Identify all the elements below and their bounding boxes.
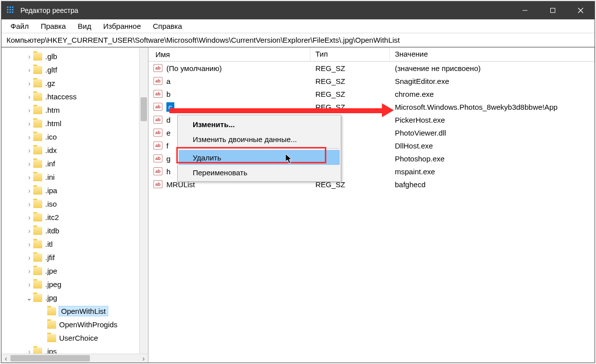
chevron-right-icon[interactable]: › — [25, 200, 33, 208]
value-name: g — [166, 154, 170, 163]
value-name: f — [166, 142, 168, 150]
value-data: mspaint.exe — [390, 167, 595, 176]
value-row[interactable]: abbREG_SZchrome.exe — [149, 87, 595, 100]
context-menu-delete[interactable]: Удалить — [179, 150, 340, 165]
svg-rect-2 — [9, 6, 11, 8]
column-type[interactable]: Тип — [310, 48, 390, 61]
chevron-right-icon[interactable]: › — [25, 254, 33, 262]
tree-item[interactable]: ⌄.jpg — [1, 291, 148, 304]
chevron-down-icon[interactable]: ⌄ — [25, 294, 33, 302]
address-bar[interactable]: Компьютер\HKEY_CURRENT_USER\Software\Mic… — [1, 33, 595, 47]
folder-icon — [33, 240, 42, 248]
chevron-right-icon[interactable]: › — [25, 79, 33, 87]
value-row[interactable]: abcREG_SZMicrosoft.Windows.Photos_8wekyb… — [149, 100, 595, 113]
chevron-right-icon[interactable]: › — [25, 106, 33, 114]
chevron-right-icon[interactable]: › — [25, 214, 33, 221]
address-text: Компьютер\HKEY_CURRENT_USER\Software\Mic… — [6, 36, 400, 44]
hscroll-right-button[interactable]: › — [139, 354, 148, 363]
tree-item[interactable]: UserChoice — [1, 331, 148, 345]
folder-icon — [33, 53, 42, 61]
maximize-button[interactable] — [539, 1, 567, 19]
context-menu-separator — [180, 148, 339, 148]
menu-view[interactable]: Вид — [72, 21, 97, 31]
tree-item[interactable]: ›.gz — [1, 76, 148, 90]
chevron-right-icon[interactable]: › — [25, 53, 33, 61]
chevron-right-icon[interactable]: › — [25, 173, 33, 181]
tree-item[interactable]: ›.inf — [1, 157, 148, 170]
tree-item[interactable]: OpenWithList — [1, 304, 148, 318]
tree-item[interactable]: ›.jpeg — [1, 278, 148, 291]
hscroll-thumb[interactable] — [10, 355, 90, 362]
svg-rect-7 — [7, 11, 8, 13]
tree-item[interactable]: OpenWithProgids — [1, 318, 148, 331]
menu-edit[interactable]: Правка — [35, 21, 72, 31]
tree-item[interactable]: ›.jfif — [1, 251, 148, 264]
value-name: a — [166, 77, 170, 85]
value-name: d — [166, 116, 170, 124]
tree-item[interactable]: ›.jpe — [1, 264, 148, 278]
tree-item[interactable]: ›.ipa — [1, 184, 148, 197]
registry-tree[interactable]: ›.glb›.gltf›.gz›.htaccess›.htm›.html›.ic… — [1, 48, 148, 354]
tree-item-label: .jps — [45, 347, 60, 354]
chevron-right-icon[interactable]: › — [25, 160, 33, 168]
chevron-right-icon[interactable]: › — [25, 187, 33, 195]
tree-item[interactable]: ›.jps — [1, 345, 148, 354]
menu-favorites[interactable]: Избранное — [97, 21, 147, 31]
tree-item-label: .html — [45, 119, 65, 128]
context-menu-modify[interactable]: Изменить... — [179, 117, 340, 132]
menu-file[interactable]: Файл — [4, 21, 35, 31]
folder-icon — [33, 160, 42, 168]
tree-item[interactable]: ›.glb — [1, 50, 148, 63]
chevron-right-icon[interactable]: › — [25, 66, 33, 74]
column-data[interactable]: Значение — [390, 48, 595, 61]
tree-item[interactable]: ›.htm — [1, 103, 148, 117]
context-menu-modify-binary[interactable]: Изменить двоичные данные... — [179, 132, 340, 146]
minimize-button[interactable] — [511, 1, 539, 19]
svg-rect-1 — [7, 6, 8, 8]
window-buttons — [511, 1, 595, 19]
tree-item[interactable]: ›.gltf — [1, 63, 148, 76]
chevron-right-icon[interactable]: › — [25, 146, 33, 154]
list-header[interactable]: Имя Тип Значение — [149, 48, 595, 62]
value-list[interactable]: ab(По умолчанию)REG_SZ(значение не присв… — [149, 62, 595, 363]
chevron-right-icon[interactable]: › — [25, 93, 33, 101]
chevron-right-icon[interactable]: › — [25, 240, 33, 248]
tree-item[interactable]: ›.ini — [1, 170, 148, 184]
chevron-right-icon[interactable]: › — [25, 281, 33, 289]
tree-scroll-thumb[interactable] — [141, 97, 147, 121]
tree-item-label: .gz — [45, 79, 58, 87]
folder-icon — [47, 334, 56, 342]
value-row[interactable]: ab(По умолчанию)REG_SZ(значение не присв… — [149, 62, 595, 74]
folder-icon — [33, 173, 42, 181]
chevron-right-icon[interactable]: › — [25, 133, 33, 141]
tree-item[interactable]: ›.itl — [1, 237, 148, 251]
tree-item[interactable]: ›.itc2 — [1, 211, 148, 224]
string-value-icon: ab — [153, 142, 162, 149]
titlebar[interactable]: Редактор реестра — [1, 1, 595, 19]
context-menu-modify-label: Изменить... — [193, 120, 235, 129]
menu-help[interactable]: Справка — [147, 21, 188, 31]
tree-horizontal-scrollbar[interactable]: ‹ › — [1, 354, 148, 363]
value-row[interactable]: abaREG_SZSnagitEditor.exe — [149, 74, 595, 87]
hscroll-track[interactable] — [10, 354, 139, 363]
close-button[interactable] — [567, 1, 595, 19]
chevron-right-icon[interactable]: › — [25, 120, 33, 128]
chevron-right-icon[interactable]: › — [25, 227, 33, 235]
chevron-right-icon[interactable]: › — [25, 267, 33, 275]
tree-item[interactable]: ›.iso — [1, 197, 148, 211]
chevron-right-icon[interactable]: › — [25, 348, 33, 354]
column-name[interactable]: Имя — [149, 48, 310, 61]
value-type: REG_SZ — [310, 103, 390, 111]
tree-item[interactable]: ›.idx — [1, 144, 148, 157]
context-menu-rename[interactable]: Переименовать — [179, 165, 340, 180]
tree-item[interactable]: ›.htaccess — [1, 90, 148, 103]
svg-rect-3 — [12, 6, 13, 8]
tree-item-label: .ico — [45, 133, 60, 141]
tree-item[interactable]: ›.html — [1, 117, 148, 130]
tree-vertical-scrollbar[interactable] — [139, 48, 148, 354]
tree-item[interactable]: ›.itdb — [1, 224, 148, 237]
tree-item-label: .idx — [45, 146, 60, 154]
hscroll-left-button[interactable]: ‹ — [1, 354, 10, 363]
tree-item-label: .jpg — [45, 293, 60, 302]
tree-item[interactable]: ›.ico — [1, 130, 148, 144]
